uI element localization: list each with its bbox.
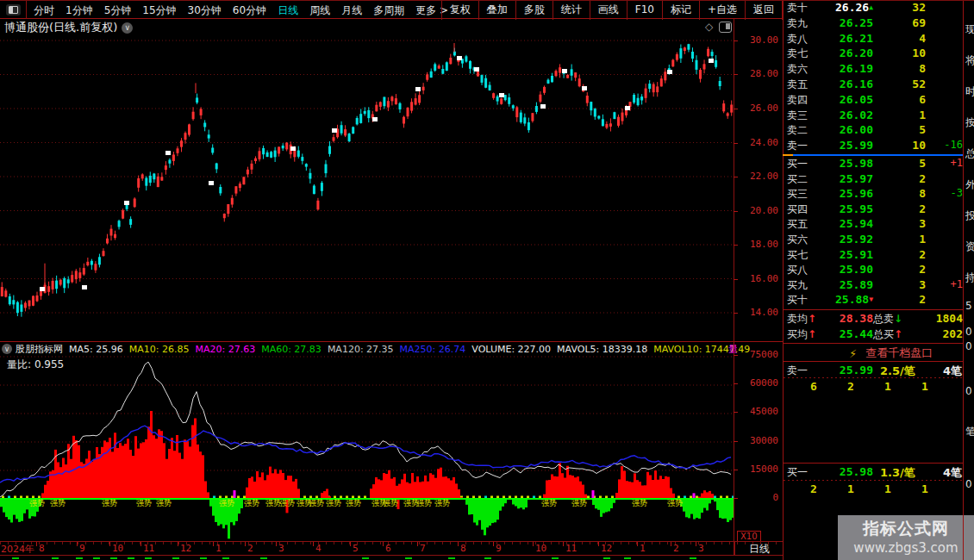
bid-level-2[interactable]: 买二 25.97 2 — [784, 172, 964, 187]
price-tick: 20.00 — [737, 205, 778, 216]
qiandang-ask-row[interactable]: 卖一 25.99 2.5/笔 4笔 — [784, 364, 964, 378]
svg-text:强势: 强势 — [102, 499, 117, 507]
ask-level-8[interactable]: 卖八 26.21 4 — [784, 32, 964, 47]
time-tick: 11 — [143, 543, 154, 554]
ask-level-3[interactable]: 卖三 26.02 1 — [784, 109, 964, 123]
ask-level-10[interactable]: 卖十 26.26▲ 32 — [784, 1, 964, 16]
menu-tool-3[interactable]: 统计 — [553, 1, 590, 20]
time-tick: 3 — [698, 543, 704, 554]
clipped-text: 0 — [965, 326, 972, 338]
menu-tool-4[interactable]: 画线 — [590, 1, 627, 20]
clipped-text: 按 — [965, 115, 974, 130]
svg-text:强势: 强势 — [29, 499, 45, 507]
qiandang-link[interactable]: ⚡ 查看千档盘口 — [849, 345, 933, 361]
bid-level-10[interactable]: 买十 25.88▼ 2 — [784, 293, 964, 308]
panel-toggle-icon[interactable] — [6, 4, 21, 16]
qiandang-link-label: 查看千档盘口 — [865, 345, 933, 361]
menu-period-3[interactable]: 15分钟 — [142, 4, 176, 16]
volume-tick: 75000 — [737, 349, 778, 360]
volume-tick: 15000 — [737, 464, 778, 475]
time-tick: 9 — [496, 543, 502, 554]
period-menu: 分时1分钟5分钟15分钟30分钟60分钟日线周线月线多周期更多 > — [34, 1, 459, 18]
truncated-label: 量 — [728, 343, 737, 356]
ask-level-7[interactable]: 卖七 26.20 10 — [784, 47, 964, 61]
price-tick: 26.00 — [737, 103, 778, 114]
volume-indicator-chart[interactable]: 强势强势强势强势强势强势强势强势强势强势强势强势强势强势强势强势强势强势强势强势… — [0, 342, 734, 541]
price-tick: 24.00 — [737, 137, 778, 148]
ask-level-2[interactable]: 卖二 26.00 5 — [784, 123, 964, 138]
bid-level-4[interactable]: 买四 25.95 2 — [784, 202, 964, 217]
bid-level-1[interactable]: 买一 25.98 5 +1 — [784, 157, 964, 171]
menu-divider — [26, 0, 27, 19]
ma-item: MA20: 27.63 — [195, 344, 255, 355]
bid-level-9[interactable]: 买九 25.89 3 +1 — [784, 278, 964, 293]
price-tick: 18.00 — [737, 239, 778, 250]
bottom-strip — [0, 557, 783, 560]
volume-tick: 30000 — [737, 435, 778, 446]
totals-row: 买均↑ 25.44 总买↑ 202 — [784, 327, 964, 342]
indicator-name[interactable]: 股朋指标网 — [16, 343, 63, 356]
volume-tick: 45000 — [737, 406, 778, 417]
menu-period-8[interactable]: 月线 — [341, 4, 362, 16]
menu-period-0[interactable]: 分时 — [34, 4, 54, 16]
clipped-text: 0 — [965, 340, 972, 352]
time-tick: 8 — [39, 543, 45, 554]
ask-level-9[interactable]: 卖九 26.25 69 — [784, 16, 964, 31]
ask-level-5[interactable]: 卖五 26.16 52 — [784, 78, 964, 92]
menu-tool-7[interactable]: +自选 — [699, 1, 745, 20]
svg-text:强势: 强势 — [136, 499, 152, 507]
time-tick: 1 — [215, 543, 222, 554]
time-tick: 4 — [315, 543, 322, 554]
bid-level-7[interactable]: 买七 25.91 2 — [784, 248, 964, 263]
menu-tool-1[interactable]: 叠加 — [478, 1, 515, 20]
time-tick: 2 — [247, 543, 253, 554]
time-tick: 1 — [640, 543, 646, 554]
svg-text:强势: 强势 — [156, 499, 172, 507]
menu-period-4[interactable]: 30分钟 — [188, 4, 222, 16]
menu-period-2[interactable]: 5分钟 — [104, 4, 132, 16]
clipped-text: 笔 — [965, 425, 974, 439]
clipped-text: 5 — [965, 300, 972, 312]
ma-item: MAVOL5: 18339.18 — [557, 344, 647, 355]
bid-level-5[interactable]: 买五 25.94 3 — [784, 217, 964, 232]
menu-period-6[interactable]: 日线 — [278, 4, 298, 16]
ask-level-6[interactable]: 卖六 26.19 8 — [784, 62, 964, 77]
svg-text:强势: 强势 — [346, 499, 361, 507]
watermark: 指标公式网 www.zbgs3.com — [838, 515, 974, 560]
qiandang-bid-row[interactable]: 买一 25.98 1.3/笔 4笔 — [784, 465, 964, 480]
svg-text:强势: 强势 — [50, 499, 66, 507]
svg-text:强势: 强势 — [326, 499, 341, 507]
menu-period-5[interactable]: 60分钟 — [233, 4, 266, 16]
menu-tool-2[interactable]: 多股 — [515, 1, 553, 20]
time-axis-year: 2024年 — [1, 543, 34, 556]
menu-tool-0[interactable]: 复权 — [441, 1, 478, 20]
price-tick: 22.00 — [737, 171, 778, 182]
bid-level-6[interactable]: 买六 25.92 1 — [784, 233, 964, 247]
menu-period-7[interactable]: 周线 — [309, 4, 330, 16]
menu-tool-6[interactable]: 标记 — [662, 1, 699, 20]
chevron-down-icon[interactable]: ∨ — [2, 344, 12, 354]
window-top-border — [0, 0, 974, 1]
ask-level-1[interactable]: 卖一 25.99 10 -16 — [784, 139, 964, 153]
ask-level-4[interactable]: 卖四 26.05 6 — [784, 93, 964, 108]
clipped-text: 将 — [965, 53, 974, 68]
ma-item: MA60: 27.83 — [261, 344, 322, 355]
menu-period-1[interactable]: 1分钟 — [66, 4, 93, 16]
ma-item: VOLUME: 227.00 — [471, 344, 551, 355]
clipped-text: 0 — [965, 385, 972, 397]
clipped-text: 持 — [965, 271, 974, 285]
time-tick: 10 — [535, 543, 546, 554]
axis-divider — [734, 19, 734, 556]
ma-item: MA250: 26.74 — [400, 344, 466, 355]
price-tick: 30.00 — [737, 34, 778, 46]
clipped-text: 外 — [965, 177, 974, 192]
price-tick: 16.00 — [737, 273, 778, 284]
menu-period-9[interactable]: 多周期 — [373, 4, 404, 16]
time-tick: 3 — [278, 543, 284, 554]
menu-tool-5[interactable]: F10 — [627, 1, 662, 20]
candlestick-chart[interactable] — [0, 19, 734, 341]
bid-level-3[interactable]: 买三 25.96 8 -3 — [784, 187, 964, 202]
svg-text:强势: 强势 — [279, 499, 295, 507]
menu-tool-8[interactable]: 返回 — [745, 1, 783, 20]
bid-level-8[interactable]: 买八 25.90 2 — [784, 263, 964, 277]
